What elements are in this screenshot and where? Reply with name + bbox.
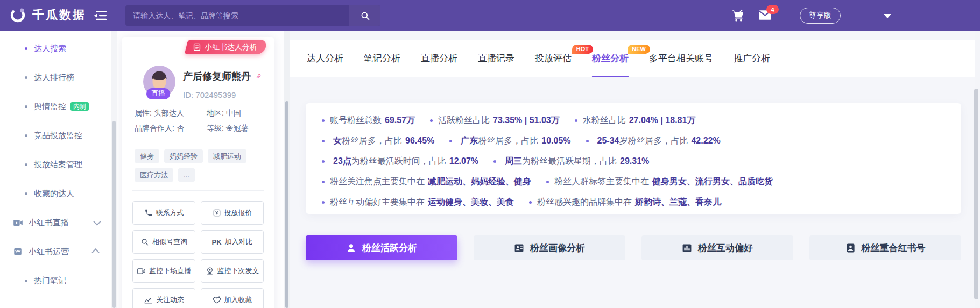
cta-label: 粉丝重合红书号 [862,242,926,254]
id-label: ID: [183,90,193,99]
sidebar-item-xhs-operation[interactable]: 小红书运营 [0,237,111,266]
chevron-down-icon[interactable] [884,14,891,18]
live-badge[interactable]: 直播 [146,88,170,99]
attr-label: 品牌合作人: [135,124,177,132]
bullet-dot [322,119,325,122]
top-header: 千瓜数据 4 尊享版 [0,0,980,31]
action-contact[interactable]: 联系方式 [132,201,195,225]
summary-value: 69.57万 [385,115,415,126]
cart-icon[interactable] [731,9,745,25]
video-icon [13,217,24,228]
global-search [125,5,380,26]
sidebar-item-influencer-ranking[interactable]: 达人排行榜 [0,63,111,92]
action-similar-accounts[interactable]: 相似号查询 [132,230,195,254]
summary-line: 粉丝互动偏好主要集中在运动健身、美妆、美食粉丝感兴趣的品牌集中在娇韵诗、兰蔻、香… [322,192,961,212]
summary-value: 42.22% [691,136,720,146]
content-tag[interactable]: 减肥运动 [208,149,246,163]
content-tag[interactable]: ... [178,168,195,182]
tab-note-analysis[interactable]: 笔记分析 [364,40,400,77]
cta-fan-overlap[interactable]: 粉丝重合红书号 [809,235,961,260]
sidebar-item-campaign-report[interactable]: 投放结案管理 [0,150,111,179]
card-divider [132,190,264,191]
action-label: 加入收藏 [224,295,252,305]
tab-multi-platform-accounts[interactable]: 多平台相关账号 [649,40,713,77]
bullet-dot [529,201,532,204]
search-button[interactable] [349,5,380,26]
influencer-card: 小红书达人分析 直播 产后修复师熊丹 ♀ ID: 702495399 属性: 头… [122,37,274,308]
female-icon: ♀ [252,70,265,82]
content-tag[interactable]: 妈妈经验 [164,149,203,163]
sidebar-item-xhs-live[interactable]: 小红书直播 [0,208,111,237]
similar-search-icon [140,238,149,246]
search-input[interactable] [125,5,349,26]
sidebar-item-label: 收藏的达人 [34,189,74,199]
summary-value: 减肥运动、妈妈经验、健身 [428,176,531,188]
collapse-menu-icon[interactable] [93,10,107,23]
profile-scrollbar-thumb[interactable] [285,101,288,308]
sidebar-item-favorite-influencers[interactable]: 收藏的达人 [0,179,111,208]
page-scrollbar-thumb[interactable] [974,89,978,299]
action-monitor-post[interactable]: 监控下次发文 [201,259,264,283]
action-favorite[interactable]: 加入收藏 [201,288,264,308]
tab-live-analysis[interactable]: 直播分析 [421,40,457,77]
sidebar: 达人搜索达人排行榜舆情监控内测竞品投放监控投放结案管理收藏的达人小红书直播小红书… [0,31,111,308]
influencer-name: 产后修复师熊丹 [183,70,251,83]
ribbon-label: 小红书达人分析 [205,42,257,52]
portrait-card-icon [514,243,524,253]
tab-influencer-analysis[interactable]: 达人分析 [307,40,343,77]
chevron-up-icon [92,248,100,256]
sidebar-item-hot-notes[interactable]: 热门笔记 [0,266,111,295]
tab-campaign-evaluation[interactable]: 投放评估HOT [535,40,572,77]
analysis-tabs: 达人分析笔记分析直播分析直播记录投放评估HOT粉丝分析NEW多平台相关账号推广分… [290,40,975,77]
tab-live-records[interactable]: 直播记录 [478,40,514,77]
tab-fan-analysis[interactable]: 粉丝分析NEW [592,40,629,77]
video-monitor-icon [137,267,146,276]
report-icon [193,43,201,51]
summary-value: 96.45% [405,136,434,146]
summary-value: 73.35% | 51.03万 [493,115,560,126]
mail-icon[interactable]: 4 [758,9,772,24]
action-price[interactable]: 投放报价 [201,201,264,225]
summary-line: 账号粉丝总数69.57万活跃粉丝占比73.35% | 51.03万水粉丝占比27… [322,110,961,131]
summary-value: 23点 [333,156,351,167]
sidebar-item-influencer-search[interactable]: 达人搜索 [0,34,111,63]
summary-text: 粉丝居多，占比 [478,135,538,147]
sidebar-item-label: 热门笔记 [34,276,66,286]
cta-fan-interaction[interactable]: 粉丝互动偏好 [641,235,793,260]
summary-value: 健身男女、流行男女、品质吃货 [652,176,773,188]
action-monitor-live[interactable]: 监控下场直播 [132,259,195,283]
bullet-dot [493,160,496,163]
cta-fan-portrait[interactable]: 粉丝画像分析 [474,235,625,260]
sidebar-scrollbar-thumb[interactable] [112,121,116,308]
summary-text: 粉丝互动偏好主要集中在 [330,197,425,208]
brand-name: 千瓜数据 [32,7,86,23]
membership-badge[interactable]: 尊享版 [800,8,841,24]
content-tag[interactable]: 医疗方法 [135,168,173,182]
content-tag[interactable]: 健身 [135,149,159,163]
action-follow-updates[interactable]: 关注动态 [132,288,195,308]
summary-line: 23点 为粉丝最活跃时间，占比12.07%周三 为粉丝最活跃星期，占比29.31… [322,151,961,171]
cta-fan-activity[interactable]: 粉丝活跃分析 [306,235,457,260]
cta-label: 粉丝互动偏好 [698,242,753,254]
profile-attr: 地区: 中国 [207,109,264,118]
sidebar-item-competitor-monitor[interactable]: 竞品投放监控 [0,121,111,150]
sidebar-item-label: 小红书运营 [29,247,69,257]
brand-logo[interactable]: 千瓜数据 [10,7,86,23]
attr-value: 金冠薯 [226,124,249,132]
tab-label: 粉丝分析 [592,52,629,65]
summary-value: 周三 [505,156,522,167]
sidebar-item-label: 小红书直播 [29,218,69,228]
summary-value: 12.07% [449,156,478,166]
bar-chart-icon [682,243,692,253]
attr-label: 地区: [207,109,226,117]
sidebar-item-sentiment-monitor[interactable]: 舆情监控内测 [0,92,111,121]
tab-label: 直播记录 [478,52,514,65]
bullet-dot [322,201,325,204]
bullet-dot [322,140,325,142]
tab-promotion-analysis[interactable]: 推广分析 [734,40,770,77]
bullet-dot [586,140,589,142]
action-compare[interactable]: PK加入对比 [201,230,264,254]
attr-label: 属性: [135,109,154,117]
influencer-id: ID: 702495399 [183,90,236,99]
summary-value: 广东 [461,135,478,147]
